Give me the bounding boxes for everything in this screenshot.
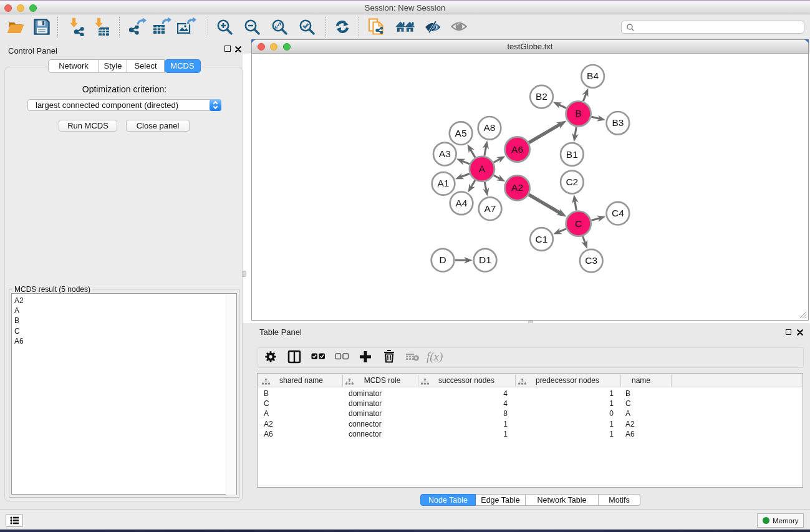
svg-text:B4: B4 bbox=[587, 70, 599, 81]
svg-text:C3: C3 bbox=[585, 255, 597, 266]
svg-text:D1: D1 bbox=[479, 254, 491, 265]
svg-text:C2: C2 bbox=[566, 177, 578, 187]
svg-text:A2: A2 bbox=[511, 182, 523, 193]
svg-text:A8: A8 bbox=[484, 122, 496, 133]
svg-text:D: D bbox=[439, 254, 446, 265]
svg-text:A6: A6 bbox=[511, 144, 523, 155]
svg-text:B1: B1 bbox=[566, 149, 578, 160]
svg-text:A: A bbox=[479, 163, 486, 174]
svg-text:C1: C1 bbox=[536, 234, 548, 244]
svg-text:A7: A7 bbox=[485, 203, 496, 214]
svg-text:B2: B2 bbox=[536, 91, 547, 102]
svg-text:B3: B3 bbox=[612, 117, 624, 128]
svg-text:A4: A4 bbox=[456, 198, 468, 208]
svg-text:B: B bbox=[575, 108, 581, 118]
svg-text:C: C bbox=[575, 218, 582, 229]
svg-text:A5: A5 bbox=[455, 128, 467, 138]
svg-text:A3: A3 bbox=[439, 148, 451, 159]
svg-text:A1: A1 bbox=[438, 178, 450, 188]
svg-text:C4: C4 bbox=[612, 208, 624, 218]
